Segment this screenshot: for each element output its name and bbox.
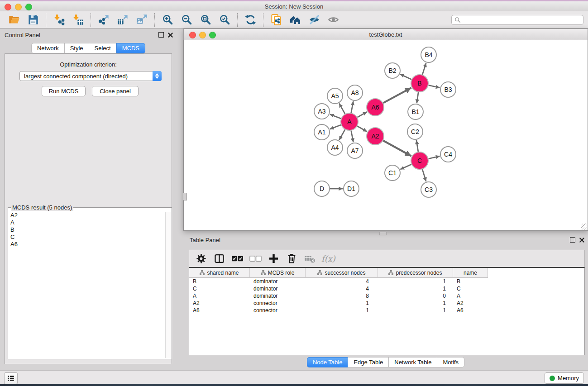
graph-node-C[interactable]: C [411, 152, 428, 169]
column-header-successor-nodes[interactable]: successor nodes [306, 268, 378, 278]
import-network-icon[interactable] [52, 13, 66, 27]
graph-node-B3[interactable]: B3 [440, 82, 456, 97]
graph-edge-A2-C[interactable] [383, 141, 411, 156]
memory-button[interactable]: Memory [545, 372, 584, 384]
delete-table-icon[interactable] [302, 252, 317, 266]
table-tab-motifs[interactable]: Motifs [437, 357, 464, 367]
zoom-in-icon[interactable] [160, 13, 175, 27]
search-input[interactable] [451, 15, 583, 25]
resize-grip-icon[interactable] [581, 224, 587, 230]
deselect-all-columns-icon[interactable] [248, 252, 263, 266]
table-row[interactable]: Adominator80A [189, 292, 584, 300]
table-row[interactable]: Bdominator41B [189, 278, 584, 285]
mcds-result-item[interactable]: A2 [9, 212, 165, 219]
graph-node-A2[interactable]: A2 [367, 128, 384, 145]
mcds-result-item[interactable]: B [9, 226, 165, 234]
split-view-icon[interactable] [212, 252, 226, 266]
graph-edge-C-C1[interactable] [400, 164, 411, 169]
home-icon[interactable] [288, 13, 302, 27]
table-tab-edge-table[interactable]: Edge Table [348, 357, 389, 367]
graph-node-D1[interactable]: D1 [344, 181, 359, 196]
table-tab-network-table[interactable]: Network Table [388, 357, 437, 367]
splitter-handle[interactable] [183, 193, 187, 200]
criterion-select[interactable]: largest connected component (directed) [19, 71, 162, 81]
hide-panel-icon[interactable] [307, 13, 321, 27]
graph-node-C4[interactable]: C4 [440, 147, 456, 162]
export-image-icon[interactable] [134, 13, 149, 27]
graph-edge-A-A3[interactable] [330, 114, 341, 119]
import-table-icon[interactable] [71, 13, 85, 27]
control-tab-mcds[interactable]: MCDS [116, 43, 145, 53]
graph-edge-A-A6[interactable] [357, 112, 367, 117]
scrollbar-track[interactable] [165, 212, 171, 358]
refresh-view-icon[interactable] [243, 13, 258, 27]
graph-edge-B-B3[interactable] [429, 85, 440, 88]
graph-node-A3[interactable]: A3 [314, 104, 330, 119]
task-history-button[interactable] [4, 372, 18, 384]
graph-edge-B-B1[interactable] [417, 92, 419, 103]
network-window-titlebar[interactable]: testGlobe.txt [183, 29, 588, 40]
graph-node-B4[interactable]: B4 [421, 47, 436, 62]
graph-node-A[interactable]: A [341, 113, 358, 130]
run-mcds-button[interactable]: Run MCDS [42, 86, 86, 96]
float-panel-icon[interactable] [158, 32, 164, 38]
zoom-selected-icon[interactable] [217, 13, 232, 27]
function-builder-icon[interactable]: f(x) [321, 254, 335, 263]
close-panel-icon[interactable] [168, 33, 173, 38]
control-tab-select[interactable]: Select [89, 43, 117, 53]
column-header-shared-name[interactable]: shared name [189, 268, 250, 278]
mcds-result-item[interactable]: A [9, 219, 165, 226]
graph-node-A7[interactable]: A7 [347, 143, 363, 158]
graph-node-C3[interactable]: C3 [421, 182, 436, 197]
graph-node-B[interactable]: B [411, 75, 428, 92]
graph-node-A1[interactable]: A1 [314, 124, 330, 140]
float-panel-icon[interactable] [570, 237, 575, 243]
graph-edge-A-A7[interactable] [351, 131, 354, 143]
graph-edge-A6-B[interactable] [383, 88, 411, 103]
graph-edge-C-C2[interactable] [416, 140, 418, 152]
graph-node-A4[interactable]: A4 [327, 140, 343, 155]
graph-edge-A-A8[interactable] [351, 101, 354, 113]
save-session-icon[interactable] [26, 13, 40, 27]
close-panel-button[interactable]: Close panel [92, 86, 139, 96]
graph-edge-B-B4[interactable] [422, 63, 426, 75]
settings-gear-icon[interactable] [194, 252, 208, 266]
show-panel-icon[interactable] [326, 13, 340, 27]
graph-node-B1[interactable]: B1 [408, 104, 423, 119]
export-table-icon[interactable] [115, 13, 130, 27]
control-tab-network[interactable]: Network [31, 43, 65, 53]
network-canvas[interactable]: B4B2BB3A8A5A6A3B1AC2A1A2A4A7C4CC1C3DD1 [183, 40, 588, 231]
delete-column-icon[interactable] [284, 252, 299, 266]
table-row[interactable]: A2connector11A2 [189, 300, 584, 307]
select-all-columns-icon[interactable] [230, 252, 244, 266]
graph-node-C1[interactable]: C1 [385, 165, 400, 181]
add-column-icon[interactable] [266, 252, 281, 266]
graph-node-B2[interactable]: B2 [385, 63, 400, 78]
zoom-out-icon[interactable] [179, 13, 194, 27]
table-row[interactable]: Cdominator41C [189, 285, 584, 292]
column-header-name[interactable]: name [453, 268, 488, 278]
graph-node-A8[interactable]: A8 [347, 85, 363, 100]
graph-edge-A-A1[interactable] [330, 125, 341, 129]
export-network-icon[interactable] [96, 13, 111, 27]
graph-edge-B-B2[interactable] [400, 74, 411, 80]
open-session-icon[interactable] [7, 13, 21, 27]
graph-edge-A-A2[interactable] [357, 126, 367, 132]
table-row[interactable]: A6connector11A6 [189, 307, 584, 314]
zoom-fit-icon[interactable] [198, 13, 213, 27]
close-panel-icon[interactable] [579, 238, 584, 243]
column-header-MCDS-role[interactable]: MCDS role [250, 268, 306, 278]
graph-node-D[interactable]: D [314, 181, 330, 196]
graph-node-A6[interactable]: A6 [367, 99, 384, 116]
graph-edge-C-C3[interactable] [422, 169, 426, 181]
graph-node-A5[interactable]: A5 [327, 88, 343, 104]
network-file-icon[interactable] [269, 13, 283, 27]
column-header-predecessor-nodes[interactable]: predecessor nodes [378, 268, 453, 278]
graph-edge-A-A4[interactable] [339, 129, 345, 140]
graph-node-C2[interactable]: C2 [407, 124, 423, 139]
graph-edge-C-C4[interactable] [429, 156, 440, 159]
mcds-result-item[interactable]: C [9, 234, 165, 241]
mcds-result-item[interactable]: A6 [9, 241, 165, 248]
control-tab-style[interactable]: Style [64, 43, 89, 53]
table-tab-node-table[interactable]: Node Table [307, 357, 349, 367]
